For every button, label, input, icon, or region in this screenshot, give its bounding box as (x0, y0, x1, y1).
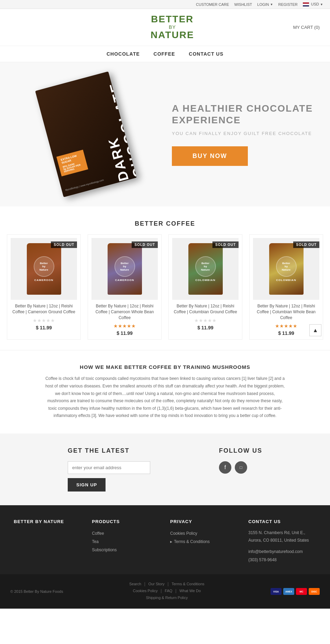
wishlist-link[interactable]: WISHLIST (234, 2, 252, 7)
product-label: EXTRA LOWSUGAR 85% DARK3g SUGAR PER SERV… (56, 150, 88, 177)
sold-out-badge: SOLD OUT (51, 241, 77, 248)
logo[interactable]: BETTER BY NATURE (151, 14, 194, 41)
flag-icon (303, 2, 309, 7)
footer-faq-link[interactable]: FAQ (165, 589, 172, 593)
brand-small-text: MycoBiology | www.mycobiology.com (65, 179, 104, 191)
product-image-container: BetterbyNature Colombian SOLD OUT (172, 238, 239, 300)
newsletter-area: GET THE LATEST SIGN UP (68, 447, 150, 492)
footer-terms-link[interactable]: ▸Terms & Conditions (170, 538, 238, 546)
login-dropdown[interactable]: LOGIN ▼ (257, 2, 273, 7)
footer-address: 3155 N. Chambers Rd, Unit E., Aurora, CO… (249, 529, 317, 544)
nav-chocolate[interactable]: CHOCOLATE (107, 51, 140, 57)
hero-section: DARK CHOCOLATE EXTRA LOWSUGAR 85% DARK3g… (0, 62, 330, 206)
hero-title: A HEALTHIER CHOCOLATE EXPERIENCE (172, 103, 316, 126)
how-text: Coffee is chock full of toxic compounds … (45, 375, 285, 420)
amex-icon: AMEX (283, 588, 294, 595)
footer-cookies-policy-link[interactable]: Cookies Policy (133, 589, 158, 593)
footer-links: Search | Our Story | Terms & Conditions … (63, 581, 271, 602)
product-card: BetterbyNature Colombian SOLD OUT Better… (168, 234, 242, 340)
hero-text-area: A HEALTHIER CHOCOLATE EXPERIENCE YOU CAN… (158, 103, 316, 166)
footer-phone[interactable]: (303) 578-9648 (249, 556, 317, 564)
sold-out-badge: SOLD OUT (132, 241, 158, 248)
discover-icon: DISC (309, 588, 320, 595)
nav-coffee[interactable]: COFFEE (154, 51, 175, 57)
product-image: DARK CHOCOLATE EXTRA LOWSUGAR 85% DARK3g… (35, 71, 136, 197)
social-area: FOLLOW US f □ (219, 447, 262, 474)
copyright-text: © 2015 Better By Nature Foods (10, 589, 63, 594)
product-image-container: BetterbyNature Colombian SOLD OUT (253, 238, 319, 300)
products-section: BetterbyNature Cameroon SOLD OUT Better … (0, 234, 330, 350)
product-name-text: DARK CHOCOLATE (90, 76, 137, 183)
footer-brand-title: BETTER BY NATURE (14, 519, 82, 524)
footer-products-title: PRODUCTS (92, 519, 160, 524)
footer-col-brand: BETTER BY NATURE (14, 519, 82, 564)
hero-subtitle: YOU CAN FINALLY ENJOY GUILT FREE CHOCOLA… (172, 131, 316, 136)
products-grid: BetterbyNature Cameroon SOLD OUT Better … (7, 234, 323, 340)
cart-button[interactable]: MY CART (0) (293, 25, 320, 30)
product-name: Better By Nature | 12oz | Reishi Coffee … (91, 303, 158, 320)
nav-contact[interactable]: CONTACT US (189, 51, 223, 57)
footer-col-contact: CONTACT US 3155 N. Chambers Rd, Unit E.,… (249, 519, 317, 564)
product-card: BetterbyNature Cameroon SOLD OUT Better … (88, 234, 162, 340)
footer-email[interactable]: info@betterbynaturefood.com (249, 547, 317, 556)
footer-our-story-link[interactable]: Our Story (148, 582, 165, 586)
product-image: BetterbyNature Colombian (269, 243, 304, 295)
product-name: Better By Nature | 12oz | Reishi Coffee … (253, 303, 319, 320)
register-link[interactable]: REGISTER (278, 2, 297, 7)
footer-bottom: © 2015 Better By Nature Foods Search | O… (0, 574, 330, 609)
product-price: $ 11.99 (11, 325, 77, 330)
how-section: HOW WE MAKE BETTER COFFEE BY TRAINING MU… (0, 350, 330, 433)
sold-out-badge: SOLD OUT (293, 241, 319, 248)
main-nav: CHOCOLATE COFFEE CONTACT US (0, 46, 330, 62)
customer-care-link[interactable]: CUSTOMER CARE (196, 2, 229, 7)
footer-links-row-2: Cookies Policy | FAQ | What We Do (63, 588, 271, 593)
top-bar: CUSTOMER CARE WISHLIST LOGIN ▼ REGISTER … (0, 0, 330, 9)
facebook-icon[interactable]: f (219, 461, 231, 474)
buy-now-button[interactable]: BUY NOW (172, 146, 248, 166)
footer-cookies-link[interactable]: Cookies Policy (170, 529, 238, 538)
product-image: BetterbyNature Cameroon (27, 243, 61, 295)
footer-what-we-do-link[interactable]: What We Do (179, 589, 201, 593)
product-rating: ★★★★★ (91, 323, 158, 329)
currency-selector[interactable]: USD ▼ (303, 2, 323, 7)
mastercard-icon: MC (296, 588, 307, 595)
product-rating: ★★★★★ (172, 318, 239, 323)
footer-privacy-title: PRIVACY (170, 519, 238, 524)
visa-icon: VISA (271, 588, 282, 595)
email-input[interactable] (68, 461, 150, 474)
product-card: BetterbyNature Cameroon SOLD OUT Better … (7, 234, 81, 340)
product-image: BetterbyNature Colombian (188, 243, 223, 295)
footer-col-privacy: PRIVACY Cookies Policy ▸Terms & Conditio… (170, 519, 238, 564)
footer-search-link[interactable]: Search (129, 582, 141, 586)
login-link[interactable]: LOGIN (257, 2, 269, 7)
footer-contact-title: CONTACT US (249, 519, 317, 524)
coffee-section-title: BETTER COFFEE (0, 206, 330, 234)
product-image-container: BetterbyNature Cameroon SOLD OUT (11, 238, 77, 300)
newsletter-title: GET THE LATEST (68, 447, 150, 454)
footer-shipping-link[interactable]: Shipping & Return Policy (146, 596, 188, 600)
footer-links-row-1: Search | Our Story | Terms & Conditions (63, 581, 271, 586)
social-title: FOLLOW US (219, 447, 262, 454)
payment-icons: VISA AMEX MC DISC (271, 588, 320, 595)
footer-subscriptions-link[interactable]: Subscriptions (92, 546, 160, 554)
product-card: BetterbyNature Colombian SOLD OUT Better… (249, 234, 323, 340)
footer: BETTER BY NATURE PRODUCTS Coffee Tea Sub… (0, 505, 330, 574)
chevron-down-icon: ▼ (270, 3, 273, 6)
arrow-icon: ▸ (170, 539, 172, 544)
header: BETTER BY NATURE MY CART (0) (0, 9, 330, 46)
instagram-icon[interactable]: □ (235, 461, 247, 474)
social-icons: f □ (219, 461, 262, 474)
footer-tea-link[interactable]: Tea (92, 538, 160, 546)
footer-terms-conditions-link[interactable]: Terms & Conditions (172, 582, 204, 586)
product-price: $ 11.99 (172, 325, 239, 330)
newsletter-section: GET THE LATEST SIGN UP FOLLOW US f □ (0, 433, 330, 505)
product-rating: ★★★★★ (11, 318, 77, 323)
footer-col-products: PRODUCTS Coffee Tea Subscriptions (92, 519, 160, 564)
signup-button[interactable]: SIGN UP (68, 478, 106, 492)
product-image: BetterbyNature Cameroon (108, 243, 142, 295)
product-image-container: BetterbyNature Cameroon SOLD OUT (91, 238, 158, 300)
footer-coffee-link[interactable]: Coffee (92, 529, 160, 538)
scroll-up-button[interactable]: ▲ (309, 324, 321, 336)
hero-image-area: DARK CHOCOLATE EXTRA LOWSUGAR 85% DARK3g… (14, 79, 158, 189)
product-name: Better By Nature | 12oz | Reishi Coffee … (172, 303, 239, 315)
